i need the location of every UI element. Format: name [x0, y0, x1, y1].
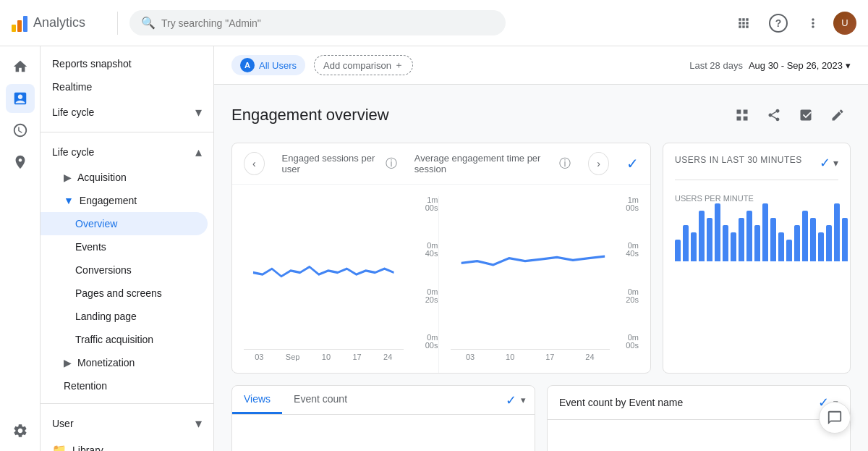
explore-rail-icon[interactable] [6, 116, 35, 145]
bar-item [834, 203, 840, 261]
x-label-sep: Sep [286, 353, 300, 361]
bottom-card-views: Views Event count ✓ ▾ [231, 385, 535, 451]
bar-item [731, 232, 736, 261]
monetization-arrow-icon: ▶ [64, 357, 72, 368]
last-days-label: Last 28 days [689, 60, 743, 71]
sidebar: Reports snapshot Realtime Life cycle ▾ L… [41, 46, 214, 451]
sidebar-item-retention[interactable]: Retention [41, 374, 208, 397]
views-chart-area [232, 415, 535, 451]
event-count-tab-button[interactable]: Event count [282, 386, 359, 414]
add-icon: ＋ [394, 59, 404, 72]
realtime-divider [675, 180, 838, 180]
sidebar-item-monetization[interactable]: ▶ Monetization [41, 351, 208, 374]
sidebar-item-realtime[interactable]: Realtime [41, 75, 208, 98]
chart-left-svg [244, 196, 404, 349]
chat-bubble-button[interactable] [819, 402, 851, 434]
logo-area: Analytics [12, 14, 106, 32]
library-folder-icon: 📁 [52, 443, 67, 451]
main-layout: Reports snapshot Realtime Life cycle ▾ L… [0, 46, 868, 451]
grid-view-icon-button[interactable] [729, 102, 755, 128]
metric2-info-icon[interactable]: ⓘ [559, 156, 571, 172]
search-icon: 🔍 [141, 16, 156, 30]
bar-item [754, 225, 760, 261]
help-icon-button[interactable]: ? [764, 9, 793, 38]
realtime-title: USERS IN LAST 30 MINUTES [675, 155, 802, 165]
avatar[interactable]: U [833, 12, 856, 35]
chevron-down-icon: ▾ [846, 60, 851, 71]
sidebar-item-overview[interactable]: Overview [41, 212, 208, 235]
search-input[interactable] [161, 17, 494, 29]
sidebar-divider-1 [41, 132, 213, 132]
insights-icon-button[interactable] [793, 102, 819, 128]
sidebar-item-conversions[interactable]: Conversions [41, 258, 208, 282]
y-label-4: 1m 00s [412, 196, 438, 212]
bottom-check-icon[interactable]: ✓ [506, 392, 516, 408]
realtime-label: Realtime [52, 81, 92, 93]
event-count-chart-area [548, 420, 850, 451]
events-label: Events [75, 241, 106, 253]
logo-icon [12, 14, 27, 32]
sidebar-item-engagement[interactable]: ▼ Engagement [41, 189, 208, 212]
reports-rail-icon[interactable] [6, 84, 35, 113]
top-nav: Analytics 🔍 ? U [0, 0, 868, 46]
realtime-dropdown-button[interactable]: ▾ [833, 157, 838, 169]
add-comparison-label: Add comparison [323, 60, 391, 71]
help-circle: ? [769, 14, 788, 33]
engagement-arrow-icon: ▼ [64, 195, 74, 206]
sidebar-item-landing-page[interactable]: Landing page [41, 305, 208, 328]
search-bar[interactable]: 🔍 [129, 10, 506, 35]
bottom-dropdown-button[interactable]: ▾ [521, 395, 526, 405]
date-range-value: Aug 30 - Sep 26, 2023 [749, 60, 843, 71]
engagement-chart-card: ‹ Engaged sessions per user ⓘ Average en… [231, 143, 651, 374]
add-comparison-button[interactable]: Add comparison ＋ [314, 55, 413, 75]
all-users-label: All Users [259, 60, 297, 71]
edit-icon-button[interactable] [825, 102, 851, 128]
chart-check-icon[interactable]: ✓ [626, 155, 639, 172]
reports-snapshot-label: Reports snapshot [52, 58, 132, 69]
y-label-1: 0m 00s [412, 334, 438, 350]
views-tab-button[interactable]: Views [232, 386, 282, 414]
title-actions [729, 102, 851, 128]
avatar-initial: U [841, 17, 848, 28]
traffic-acquisition-label: Traffic acquisition [75, 334, 153, 345]
chart-right-area: 1m 00s 0m 40s 0m 20s 0m 00s [438, 196, 639, 373]
page-title-row: Engagement overview [231, 102, 851, 128]
share-icon-button[interactable] [761, 102, 787, 128]
date-range-main[interactable]: Aug 30 - Sep 26, 2023 ▾ [749, 60, 851, 71]
sidebar-item-library[interactable]: 📁 Library [41, 437, 208, 451]
home-rail-icon[interactable] [6, 52, 35, 81]
page-title: Engagement overview [231, 106, 389, 125]
sidebar-item-reports-snapshot[interactable]: Reports snapshot [41, 52, 208, 75]
sidebar-item-pages-screens[interactable]: Pages and screens [41, 282, 208, 305]
sidebar-item-events[interactable]: Events [41, 235, 208, 258]
realtime-check-icon[interactable]: ✓ [820, 155, 830, 171]
advertising-rail-icon[interactable] [6, 148, 35, 177]
bar-item [746, 211, 752, 261]
lifecycle-section-collapsed[interactable]: Life cycle ▾ [41, 98, 213, 126]
bar-item [802, 211, 808, 261]
apps-icon-button[interactable] [729, 9, 758, 38]
lifecycle-section-expanded[interactable]: Life cycle ▴ [41, 138, 213, 166]
content-area: A All Users Add comparison ＋ Last 28 day… [214, 46, 868, 451]
more-vert-icon-button[interactable] [799, 9, 827, 38]
x2-label-10: 10 [506, 353, 514, 361]
settings-rail-icon[interactable] [6, 416, 35, 445]
all-users-badge[interactable]: A All Users [231, 55, 305, 75]
chart-nav-next-button[interactable]: › [588, 152, 609, 175]
bar-item [707, 218, 712, 261]
engagement-label: Engagement [80, 195, 137, 206]
user-label: User [52, 418, 74, 429]
lifecycle-expand-icon: ▾ [195, 104, 202, 120]
y-label-2: 0m 20s [412, 288, 438, 304]
user-section[interactable]: User ▾ [41, 410, 213, 437]
metric1-info-icon[interactable]: ⓘ [386, 156, 397, 172]
pages-screens-label: Pages and screens [75, 287, 162, 299]
landing-page-label: Landing page [75, 311, 137, 322]
sidebar-item-acquisition[interactable]: ▶ Acquisition [41, 166, 208, 189]
bar-item [762, 203, 768, 261]
chart-nav-prev-button[interactable]: ‹ [244, 152, 265, 175]
user-expand-icon: ▾ [195, 416, 202, 431]
library-label: Library [72, 444, 103, 452]
bar-item [794, 225, 800, 261]
sidebar-item-traffic-acquisition[interactable]: Traffic acquisition [41, 328, 208, 351]
